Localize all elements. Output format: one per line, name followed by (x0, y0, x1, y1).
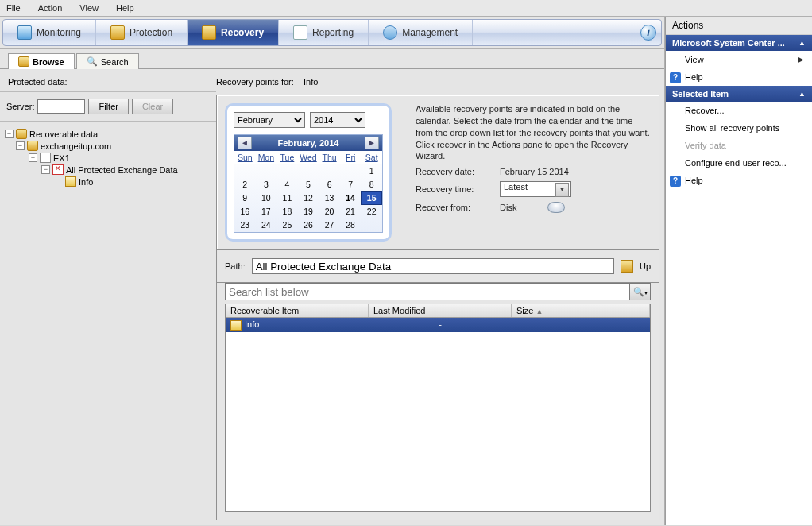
help-icon: ? (670, 176, 681, 187)
cal-day[interactable]: 25 (276, 219, 298, 232)
tree-root[interactable]: Recoverable data (29, 130, 98, 139)
action-recover[interactable]: Recover... (666, 102, 812, 119)
collapse-icon: ▲ (798, 90, 806, 98)
cal-day[interactable]: 10 (256, 191, 277, 205)
grid-row[interactable]: Info - (226, 318, 650, 332)
nav-reporting[interactable]: Reporting (279, 20, 369, 45)
server-filter-row: Server: Filter Clear (0, 91, 216, 122)
nav-recovery[interactable]: Recovery (188, 20, 279, 45)
cal-day[interactable]: 24 (256, 219, 277, 232)
cal-day[interactable]: 6 (319, 178, 340, 191)
server-input[interactable] (37, 99, 85, 114)
tree-domain[interactable]: exchangeitup.com (41, 141, 111, 151)
tab-browse[interactable]: Browse (8, 53, 75, 69)
tree-server[interactable]: EX1 (53, 153, 70, 163)
gear-icon (383, 25, 397, 40)
action-help[interactable]: ?Help (666, 68, 812, 86)
cal-day[interactable]: 2 (234, 178, 256, 191)
actions-header-selected[interactable]: Selected Item▲ (666, 86, 812, 102)
tree-group[interactable]: All Protected Exchange Data (66, 165, 178, 175)
nav-protection[interactable]: Protection (96, 20, 188, 45)
actions-header-system[interactable]: Microsoft System Center ...▲ (666, 35, 812, 51)
label-recovery-date: Recovery date: (416, 167, 487, 176)
cal-day[interactable]: 13 (319, 191, 340, 205)
recovery-time-select[interactable]: Latest (500, 181, 571, 197)
action-help-2[interactable]: ?Help (666, 172, 812, 189)
cal-day[interactable]: 20 (319, 205, 340, 219)
cal-dow: Tue (276, 151, 298, 164)
cal-day[interactable]: 23 (234, 219, 256, 232)
cal-day[interactable]: 9 (234, 191, 256, 205)
cal-day[interactable]: 21 (340, 205, 362, 219)
clear-button[interactable]: Clear (132, 99, 173, 114)
database-icon (16, 129, 27, 139)
up-icon[interactable] (621, 260, 633, 273)
cal-day[interactable]: 7 (340, 178, 362, 191)
cal-dow: Mon (256, 151, 277, 164)
col-recoverable-item[interactable]: Recoverable Item (226, 304, 369, 317)
search-button[interactable]: 🔍▾ (630, 283, 651, 300)
cal-day[interactable]: 28 (340, 219, 362, 232)
cal-day[interactable]: 16 (234, 205, 256, 219)
recovery-panel: February 2014 ◄ February, 2014 ► SunMonT… (216, 95, 659, 250)
cal-day[interactable]: 12 (298, 191, 319, 205)
cal-day[interactable]: 4 (276, 178, 298, 191)
recovery-points-target: Info (304, 77, 318, 87)
menu-file[interactable]: File (3, 2, 24, 14)
tree-toggle[interactable]: − (16, 141, 25, 150)
col-last-modified[interactable]: Last Modified (369, 304, 512, 317)
cal-day[interactable]: 11 (276, 191, 298, 205)
action-configure-enduser[interactable]: Configure end-user reco... (666, 154, 812, 172)
info-icon[interactable]: i (640, 25, 656, 41)
calendar-grid[interactable]: SunMonTueWedThuFriSat1234567891011121314… (234, 151, 382, 232)
cal-day[interactable]: 17 (256, 205, 277, 219)
navbar: Monitoring Protection Recovery Reporting… (2, 19, 662, 46)
cal-day[interactable]: 15 (361, 191, 382, 205)
col-size[interactable]: Size ▲ (512, 304, 650, 317)
report-icon (293, 25, 307, 40)
tree-toggle[interactable]: − (5, 130, 14, 138)
recovery-icon (202, 25, 216, 40)
cal-day[interactable]: 1 (361, 164, 382, 178)
cal-day[interactable]: 19 (298, 205, 319, 219)
list-search-input[interactable] (225, 283, 630, 300)
actions-title: Actions (666, 17, 812, 35)
cal-day[interactable]: 14 (340, 191, 362, 205)
action-view[interactable]: View▶ (666, 51, 812, 68)
label-path: Path: (225, 261, 246, 271)
cal-day[interactable]: 8 (361, 178, 382, 191)
cal-dow: Sat (361, 151, 382, 164)
menu-view[interactable]: View (76, 2, 102, 14)
cal-next-icon[interactable]: ► (365, 137, 379, 149)
cal-day[interactable]: 22 (361, 205, 382, 219)
shield-icon (110, 25, 125, 40)
tree-toggle[interactable]: − (41, 165, 50, 174)
year-select[interactable]: 2014 (310, 112, 365, 128)
menubar: File Action View Help (0, 0, 812, 17)
cal-day[interactable]: 27 (319, 219, 340, 232)
nav-monitoring[interactable]: Monitoring (3, 20, 96, 45)
folder-icon (230, 320, 242, 331)
recoverable-tree: −Recoverable data −exchangeitup.com −EX1… (0, 126, 216, 525)
calendar: February 2014 ◄ February, 2014 ► SunMonT… (225, 103, 392, 242)
filter-button[interactable]: Filter (88, 99, 128, 114)
nav-management[interactable]: Management (369, 20, 473, 45)
recoverable-grid: Recoverable Item Last Modified Size ▲ In… (225, 304, 651, 512)
cal-day[interactable]: 5 (298, 178, 319, 191)
month-select[interactable]: February (234, 112, 305, 128)
cal-prev-icon[interactable]: ◄ (238, 137, 252, 149)
action-show-all-points[interactable]: Show all recovery points (666, 119, 812, 137)
path-input[interactable] (252, 258, 614, 274)
tree-leaf[interactable]: Info (79, 177, 93, 187)
cal-day[interactable]: 3 (256, 178, 277, 191)
tab-search[interactable]: 🔍Search (76, 53, 139, 69)
cal-dow: Sun (234, 151, 256, 164)
menu-action[interactable]: Action (35, 2, 66, 14)
cal-day[interactable]: 26 (298, 219, 319, 232)
path-row: Path: Up (216, 250, 659, 283)
cal-day[interactable]: 18 (276, 205, 298, 219)
menu-help[interactable]: Help (113, 2, 137, 14)
grid-header[interactable]: Recoverable Item Last Modified Size ▲ (226, 304, 650, 318)
up-label[interactable]: Up (640, 261, 651, 271)
tree-toggle[interactable]: − (29, 153, 37, 162)
